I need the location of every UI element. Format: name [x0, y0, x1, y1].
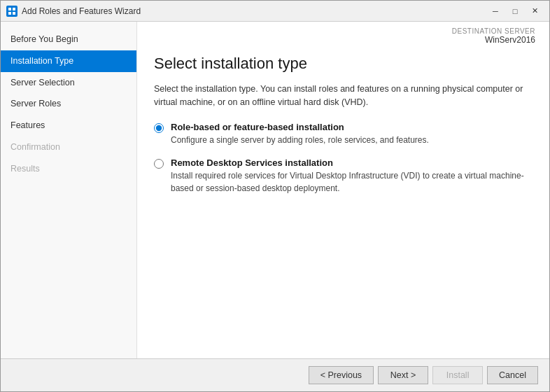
option-role-based-text: Role-based or feature-based installation…: [171, 122, 429, 146]
window-controls: ─ □ ✕: [486, 4, 544, 18]
main-content: Before You Begin Installation Type Serve…: [1, 22, 549, 358]
app-icon: [6, 6, 17, 17]
install-button[interactable]: Install: [432, 366, 483, 384]
title-bar: Add Roles and Features Wizard ─ □ ✕: [1, 1, 549, 22]
cancel-button[interactable]: Cancel: [487, 366, 538, 384]
close-button[interactable]: ✕: [526, 4, 544, 18]
option-remote-desktop-text: Remote Desktop Services installation Ins…: [171, 158, 533, 195]
destination-server-info: DESTINATION SERVER WinServ2016: [137, 22, 549, 48]
sidebar-item-confirmation: Confirmation: [1, 136, 136, 158]
option-role-based-label: Role-based or feature-based installation: [171, 122, 429, 132]
sidebar-item-server-selection[interactable]: Server Selection: [1, 72, 136, 94]
sidebar-item-features[interactable]: Features: [1, 115, 136, 136]
radio-remote-desktop[interactable]: [154, 159, 164, 169]
sidebar-item-server-roles[interactable]: Server Roles: [1, 93, 136, 115]
sidebar-item-results: Results: [1, 158, 136, 180]
option-remote-desktop-desc: Install required role services for Virtu…: [171, 169, 533, 195]
previous-button[interactable]: < Previous: [309, 366, 374, 384]
wizard-window: Add Roles and Features Wizard ─ □ ✕ Befo…: [0, 0, 550, 392]
footer: < Previous Next > Install Cancel: [1, 358, 549, 391]
option-role-based-desc: Configure a single server by adding role…: [171, 134, 429, 146]
svg-rect-3: [13, 12, 15, 15]
destination-server-label: DESTINATION SERVER: [151, 27, 535, 35]
sidebar: Before You Begin Installation Type Serve…: [1, 22, 137, 358]
content-body: Select the installation type. You can in…: [137, 73, 549, 358]
radio-role-based[interactable]: [154, 123, 164, 133]
page-header: Select installation type: [137, 48, 549, 73]
minimize-button[interactable]: ─: [486, 4, 505, 18]
destination-server-value: WinServ2016: [485, 35, 535, 45]
svg-rect-2: [8, 12, 11, 15]
next-button[interactable]: Next >: [378, 366, 428, 384]
svg-rect-1: [13, 8, 15, 10]
maximize-button[interactable]: □: [506, 4, 524, 18]
page-title: Select installation type: [154, 55, 533, 73]
option-group: Role-based or feature-based installation…: [154, 122, 533, 195]
sidebar-item-installation-type[interactable]: Installation Type: [1, 50, 136, 72]
description-text: Select the installation type. You can in…: [154, 83, 533, 109]
window-title: Add Roles and Features Wizard: [22, 6, 486, 16]
option-role-based: Role-based or feature-based installation…: [154, 122, 533, 146]
sidebar-item-before-you-begin[interactable]: Before You Begin: [1, 29, 136, 50]
svg-rect-0: [8, 8, 11, 10]
option-remote-desktop-label: Remote Desktop Services installation: [171, 158, 533, 168]
option-remote-desktop: Remote Desktop Services installation Ins…: [154, 158, 533, 195]
right-panel: DESTINATION SERVER WinServ2016 Select in…: [137, 22, 549, 358]
